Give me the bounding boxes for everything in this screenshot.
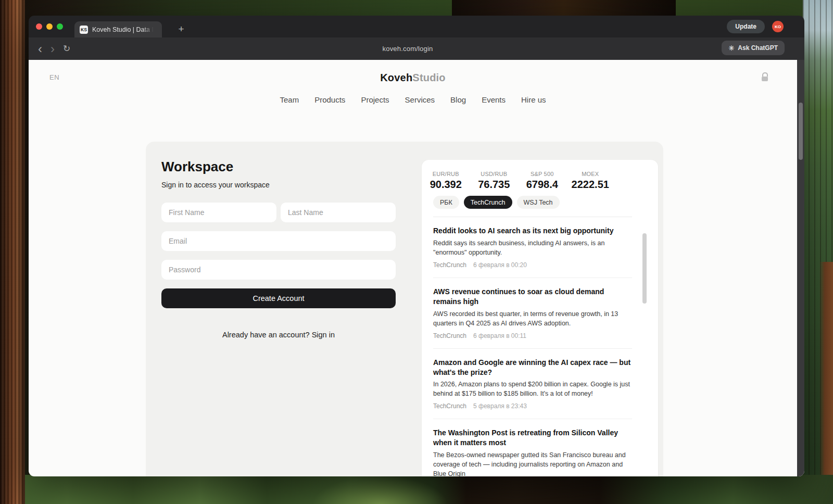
browser-window: KS Koveh Studio | Data I + Update KO ‹ ›… — [29, 16, 804, 476]
profile-avatar[interactable]: KO — [772, 21, 784, 32]
logo-primary: Koveh — [380, 72, 412, 83]
wallpaper-tree-trunk-right — [819, 262, 833, 504]
email-field[interactable] — [161, 231, 396, 251]
tab-title: Koveh Studio | Data I — [92, 26, 154, 33]
news-item[interactable]: AWS revenue continues to soar as cloud d… — [433, 278, 632, 349]
logo-secondary: Studio — [412, 72, 445, 83]
window-controls — [36, 23, 63, 30]
news-list: Reddit looks to AI search as its next bi… — [433, 217, 632, 476]
lock-icon[interactable] — [762, 72, 768, 81]
nav-item-services[interactable]: Services — [405, 95, 435, 104]
news-timestamp: 6 февраля в 00:20 — [473, 261, 527, 269]
news-source: TechCrunch — [433, 332, 466, 339]
site-logo[interactable]: KovehStudio — [29, 72, 797, 84]
ticker-moex: MOEX 2222.51 — [566, 171, 615, 191]
nav-item-hire-us[interactable]: Hire us — [521, 95, 546, 104]
workspace-form: Workspace Sign in to access your workspa… — [161, 159, 396, 339]
reload-icon[interactable]: ↻ — [63, 43, 70, 54]
ticker-eur-rub: EUR/RUB 90.392 — [422, 171, 470, 191]
news-timestamp: 6 февраля в 00:11 — [473, 332, 526, 339]
back-icon[interactable]: ‹ — [38, 44, 42, 54]
nav-item-blog[interactable]: Blog — [450, 95, 466, 104]
nav-item-products[interactable]: Products — [314, 95, 345, 104]
news-item[interactable]: Amazon and Google are winning the AI cap… — [433, 349, 632, 420]
source-tab-techcrunch[interactable]: TechCrunch — [464, 196, 512, 209]
nav-item-events[interactable]: Events — [482, 95, 506, 104]
zoom-window-button[interactable] — [57, 23, 63, 30]
news-source-tabs: РБК TechCrunch WSJ Tech — [433, 196, 658, 209]
page-scrollbar-thumb[interactable] — [799, 103, 803, 160]
market-ticker: EUR/RUB 90.392 USD/RUB 76.735 S&P 500 67… — [422, 171, 614, 191]
news-item[interactable]: The Washington Post is retreating from S… — [433, 419, 632, 476]
browser-titlebar: KS Koveh Studio | Data I + Update KO — [29, 16, 804, 37]
news-timestamp: 5 февраля в 23:43 — [473, 402, 527, 410]
openai-icon: ✳ — [728, 45, 734, 52]
browser-toolbar: ‹ › ↻ koveh.com/login ✳ Ask ChatGPT — [29, 37, 804, 60]
nav-item-team[interactable]: Team — [280, 95, 299, 104]
tab-favicon: KS — [80, 26, 88, 34]
screenshot-stage: KS Koveh Studio | Data I + Update KO ‹ ›… — [0, 0, 833, 504]
password-field[interactable] — [161, 260, 396, 280]
news-card: EUR/RUB 90.392 USD/RUB 76.735 S&P 500 67… — [422, 160, 658, 476]
news-item[interactable]: Reddit looks to AI search as its next bi… — [433, 217, 632, 278]
address-bar[interactable]: koveh.com/login — [29, 45, 787, 53]
first-name-field[interactable] — [161, 203, 276, 222]
form-subtitle: Sign in to access your workspace — [161, 181, 396, 189]
titlebar-right-cluster: Update KO — [727, 20, 784, 33]
update-button[interactable]: Update — [727, 20, 765, 33]
close-window-button[interactable] — [36, 23, 42, 30]
source-tab-wsj-tech[interactable]: WSJ Tech — [517, 196, 560, 209]
ask-chatgpt-button[interactable]: ✳ Ask ChatGPT — [722, 41, 785, 55]
nav-item-projects[interactable]: Projects — [361, 95, 389, 104]
last-name-field[interactable] — [281, 203, 396, 222]
forward-icon[interactable]: › — [51, 44, 55, 54]
wallpaper-tree-trunk-left — [0, 0, 25, 504]
news-source: TechCrunch — [433, 261, 466, 269]
news-list-scrollbar[interactable] — [642, 233, 647, 304]
webpage: EN KovehStudio Team Products Projects Se… — [29, 60, 804, 476]
main-navigation: Team Products Projects Services Blog Eve… — [29, 95, 797, 104]
ticker-sp500: S&P 500 6798.4 — [518, 171, 566, 191]
browser-tab[interactable]: KS Koveh Studio | Data I — [74, 21, 162, 37]
source-tab-rbk[interactable]: РБК — [433, 196, 459, 209]
ticker-usd-rub: USD/RUB 76.735 — [470, 171, 519, 191]
minimize-window-button[interactable] — [46, 23, 53, 30]
wallpaper-sunlit-grass — [312, 476, 448, 504]
form-title: Workspace — [161, 159, 396, 175]
news-source: TechCrunch — [433, 402, 466, 410]
navigation-buttons: ‹ › ↻ — [38, 43, 70, 54]
create-account-button[interactable]: Create Account — [161, 288, 396, 308]
content-panel: Workspace Sign in to access your workspa… — [146, 142, 663, 476]
sign-in-link[interactable]: Already have an account? Sign in — [161, 331, 396, 339]
new-tab-button[interactable]: + — [174, 22, 188, 36]
page-scrollbar-track — [797, 60, 804, 476]
ask-chatgpt-label: Ask ChatGPT — [738, 44, 778, 52]
